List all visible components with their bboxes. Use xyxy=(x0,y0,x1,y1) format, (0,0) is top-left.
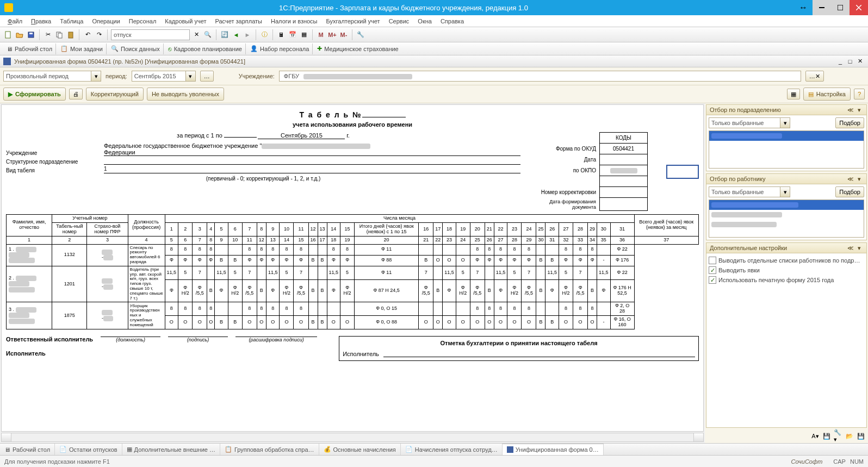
open-icon[interactable] xyxy=(15,30,24,40)
font-icon[interactable]: A▾ xyxy=(810,431,820,441)
status-bar: Для получения подсказки нажмите F1 СочиС… xyxy=(0,455,868,467)
form-params: Произвольный период▾ период: Сентябрь 20… xyxy=(0,67,868,85)
chk-form-2015[interactable]: ✓Использовать печатную форму 2015 года xyxy=(709,275,864,285)
menu-kadry[interactable]: Кадровый учет xyxy=(160,18,210,24)
close-button[interactable] xyxy=(850,0,868,15)
nav-nabor[interactable]: 👤Набор персонала xyxy=(247,43,313,54)
hide-fired-button[interactable]: Не выводить уволенных xyxy=(147,88,224,101)
chk-split-lists[interactable]: Выводить отдельные списки работников по … xyxy=(709,256,864,265)
dept-filter-combo[interactable]: Только выбранные▾ xyxy=(709,117,790,128)
print-button[interactable]: 🖨 xyxy=(69,89,83,99)
search-go-icon[interactable]: 🔍 xyxy=(203,30,213,40)
panel-extra: Дополнительные настройки ≪▾ xyxy=(706,242,867,253)
save-layout-icon[interactable]: 💾 xyxy=(822,431,832,441)
svg-rect-8 xyxy=(58,33,62,38)
period-ellipsis-button[interactable]: … xyxy=(200,71,214,82)
menu-taxes[interactable]: Налоги и взносы xyxy=(266,18,322,24)
fwd-icon[interactable]: ► xyxy=(243,30,252,40)
help-icon-button[interactable]: ? xyxy=(854,89,865,99)
nav-med[interactable]: ✚Медицинское страхование xyxy=(314,43,401,54)
new-doc-icon[interactable] xyxy=(3,30,13,40)
menu-accounting[interactable]: Бухгалтерский учет xyxy=(322,18,385,24)
next-icon[interactable]: ▾ xyxy=(855,106,863,114)
dept-item[interactable] xyxy=(709,131,864,141)
worker-listbox[interactable] xyxy=(709,200,864,238)
horizontal-scrollbar[interactable] xyxy=(1,433,704,442)
grid-icon[interactable]: ▦ xyxy=(299,30,309,40)
tab-current[interactable]: Унифицированная форма 0… xyxy=(503,444,604,456)
menu-personal[interactable]: Персонал xyxy=(125,18,161,24)
m-clear-icon[interactable]: M xyxy=(316,30,326,40)
dept-listbox[interactable] xyxy=(709,130,864,169)
calendar-icon[interactable]: 📅 xyxy=(288,30,297,40)
menu-edit[interactable]: Правка xyxy=(27,18,55,24)
tab-vacations[interactable]: 📄Остатки отпусков xyxy=(55,444,122,456)
m-plus-icon[interactable]: M+ xyxy=(327,30,337,40)
form-icon xyxy=(3,58,11,65)
worker-item[interactable] xyxy=(709,220,864,229)
nav-tasks[interactable]: 📋Мои задачи xyxy=(57,43,107,54)
minimize-button[interactable] xyxy=(813,0,831,15)
menu-windows[interactable]: Окна xyxy=(413,18,436,24)
menu-table[interactable]: Таблица xyxy=(55,18,88,24)
org-combo[interactable]: ФГБУ xyxy=(279,71,801,82)
period-type-combo[interactable]: Произвольный период▾ xyxy=(3,71,101,82)
worker-filter-combo[interactable]: Только выбранные▾ xyxy=(709,186,790,197)
settings-button[interactable]: ▤Настройка xyxy=(803,88,851,101)
search-clear-icon[interactable]: ✕ xyxy=(191,30,201,40)
report-scroll-area[interactable]: Т а б е л ь № учета использования рабоче… xyxy=(1,104,704,432)
refresh-icon[interactable]: 🔄 xyxy=(220,30,230,40)
redo-icon[interactable]: ↷ xyxy=(94,30,104,40)
correcting-button[interactable]: Корректирующий xyxy=(86,88,144,101)
menu-help[interactable]: Справка xyxy=(436,18,468,24)
maximize-button[interactable] xyxy=(831,0,850,15)
tab-nachisl[interactable]: 💰Основные начисления xyxy=(319,444,401,456)
org-ellipsis-button[interactable]: …✕ xyxy=(805,71,824,82)
worker-pick-button[interactable]: Подбор xyxy=(835,186,864,197)
chevron-down-icon[interactable]: ▾ xyxy=(185,71,195,81)
nav-desktop[interactable]: 🖥Рабочий стол xyxy=(3,43,56,54)
tab-vac-nachisl[interactable]: 📄Начисления отпуска сотруд… xyxy=(401,444,503,456)
folder-icon[interactable]: 📂 xyxy=(845,431,854,441)
tool-icon[interactable]: 🔧 xyxy=(356,30,365,40)
prev-icon[interactable]: ≪ xyxy=(847,106,854,114)
tab-group[interactable]: 📋Групповая обработка спра… xyxy=(220,444,319,456)
tab-ext[interactable]: ▦Дополнительные внешние … xyxy=(122,444,220,456)
dept-pick-button[interactable]: Подбор xyxy=(835,117,864,128)
save-icon[interactable] xyxy=(26,30,36,40)
worker-item[interactable] xyxy=(709,200,864,210)
back-icon[interactable]: ◄ xyxy=(231,30,241,40)
undo-icon[interactable]: ↶ xyxy=(83,30,92,40)
form-max-icon[interactable]: □ xyxy=(845,57,855,66)
report-subtitle: учета использования рабочего времени xyxy=(6,121,699,128)
copy-icon[interactable] xyxy=(54,30,64,40)
help-button[interactable]: ↔ xyxy=(794,0,813,15)
menu-file[interactable]: Файл xyxy=(3,18,27,24)
nav-search[interactable]: 🔍Поиск данных xyxy=(108,43,164,54)
form-min-icon[interactable]: _ xyxy=(835,57,845,66)
calc-icon[interactable]: 🖩 xyxy=(276,30,286,40)
period-combo[interactable]: Сентябрь 2015▾ xyxy=(132,71,196,82)
worker-item[interactable] xyxy=(709,210,864,220)
chevron-down-icon[interactable]: ▾ xyxy=(91,71,101,81)
info-icon[interactable]: ⓘ xyxy=(259,30,269,40)
svg-rect-6 xyxy=(29,33,33,34)
menu-service[interactable]: Сервис xyxy=(385,18,414,24)
m-minus-icon[interactable]: M- xyxy=(339,30,349,40)
nav-kadry-plan[interactable]: ⎋Кадровое планирование xyxy=(165,43,246,54)
desktop-icon: 🖥 xyxy=(7,46,13,52)
search-input[interactable] xyxy=(111,29,190,40)
tab-desktop[interactable]: 🖥Рабочий стол xyxy=(0,444,55,456)
chk-show-presence[interactable]: ✓Выводить явки xyxy=(709,265,864,275)
generate-button[interactable]: ▶Сформировать xyxy=(3,88,66,101)
search-icon: 🔍 xyxy=(111,45,119,52)
wrench-icon[interactable]: 🔧▾ xyxy=(833,431,843,441)
menu-payroll[interactable]: Расчет зарплаты xyxy=(211,18,267,24)
form-close-icon[interactable]: ✕ xyxy=(855,57,865,66)
cut-icon[interactable]: ✂ xyxy=(43,30,53,40)
export-icon[interactable]: 💾 xyxy=(856,431,866,441)
paste-icon[interactable] xyxy=(66,30,76,40)
menubar: Файл Правка Таблица Операции Персонал Ка… xyxy=(0,15,868,27)
settings-icon-button[interactable]: ▦ xyxy=(787,89,800,99)
menu-ops[interactable]: Операции xyxy=(88,18,124,24)
